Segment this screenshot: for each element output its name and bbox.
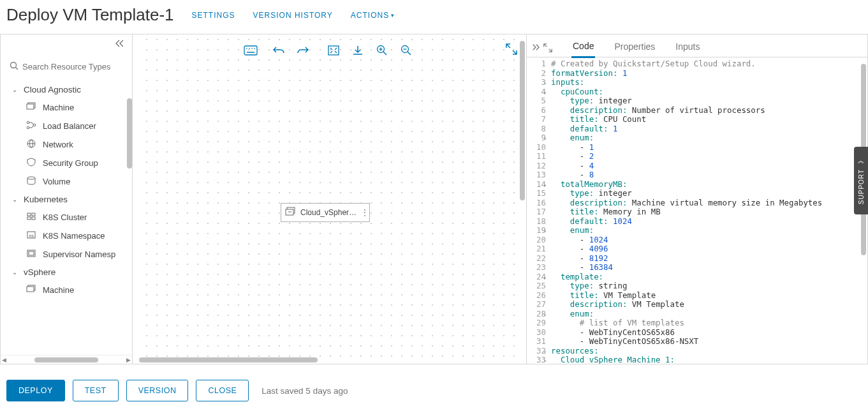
item-label: K8S Namespace bbox=[43, 231, 105, 241]
search-input[interactable] bbox=[22, 62, 121, 71]
header-tabs: SETTINGS VERSION HISTORY ACTIONS▾ bbox=[192, 11, 395, 20]
group-label: vSphere bbox=[24, 267, 55, 277]
item-label: Load Balancer bbox=[43, 121, 96, 131]
tab-settings[interactable]: SETTINGS bbox=[192, 11, 235, 20]
resource-icon: ns bbox=[26, 230, 36, 241]
item-label: Volume bbox=[43, 177, 70, 186]
footer-bar: DEPLOY TEST VERSION CLOSE Last saved 5 d… bbox=[0, 370, 868, 411]
svg-rect-14 bbox=[32, 217, 35, 220]
svg-point-5 bbox=[27, 126, 29, 129]
canvas-scrollbar-vertical[interactable] bbox=[520, 41, 525, 200]
item-label: Machine bbox=[43, 103, 74, 112]
resource-icon bbox=[26, 249, 36, 260]
sidebar-item-k8s-namespace[interactable]: nsK8S Namespace bbox=[1, 227, 132, 245]
svg-point-10 bbox=[27, 177, 35, 179]
sidebar-item-machine[interactable]: Machine bbox=[1, 98, 132, 117]
group-label: Cloud Agnostic bbox=[24, 85, 81, 94]
resource-icon bbox=[26, 102, 36, 113]
sidebar-item-load-balancer[interactable]: Load Balancer bbox=[1, 117, 132, 135]
svg-line-1 bbox=[16, 68, 18, 70]
svg-point-4 bbox=[27, 121, 29, 124]
fit-screen-icon[interactable] bbox=[325, 43, 342, 57]
item-label: Security Group bbox=[43, 158, 98, 168]
resource-icon bbox=[26, 176, 36, 187]
design-canvas[interactable]: Cloud_vSpher… ⋮ bbox=[133, 34, 526, 364]
sidebar-item-machine[interactable]: Machine bbox=[1, 281, 132, 299]
svg-rect-18 bbox=[29, 251, 34, 255]
item-label: Machine bbox=[43, 285, 74, 295]
download-icon[interactable] bbox=[349, 43, 366, 57]
svg-point-6 bbox=[33, 124, 36, 126]
zoom-in-icon[interactable] bbox=[374, 43, 390, 57]
sidebar-scrollbar-horizontal[interactable]: ◀ ▶ bbox=[1, 355, 132, 364]
tab-actions[interactable]: ACTIONS▾ bbox=[351, 11, 395, 20]
svg-rect-21 bbox=[244, 46, 257, 55]
group-vsphere[interactable]: ⌄vSphere bbox=[1, 264, 132, 281]
deploy-button[interactable]: DEPLOY bbox=[6, 380, 65, 401]
tab-inputs[interactable]: Inputs bbox=[674, 39, 701, 57]
expand-code-panel-icon[interactable] bbox=[532, 43, 552, 52]
sidebar-item-security-group[interactable]: Security Group bbox=[1, 154, 132, 172]
svg-line-29 bbox=[383, 52, 386, 55]
tab-version-history[interactable]: VERSION HISTORY bbox=[253, 11, 333, 20]
sidebar-item-supervisor-namesp[interactable]: Supervisor Namesp bbox=[1, 245, 132, 264]
canvas-toolbar bbox=[242, 43, 417, 57]
collapse-sidebar-icon[interactable] bbox=[115, 40, 124, 51]
tab-code[interactable]: Code bbox=[571, 38, 595, 58]
expand-canvas-icon[interactable] bbox=[506, 43, 517, 57]
scroll-right-icon[interactable]: ▶ bbox=[126, 357, 131, 363]
chevron-up-icon: ︽ bbox=[858, 156, 864, 165]
sidebar-item-network[interactable]: Network bbox=[1, 135, 132, 154]
sidebar-item-k8s-cluster[interactable]: K8S Cluster bbox=[1, 208, 132, 227]
svg-point-0 bbox=[11, 63, 17, 68]
canvas-node-label: Cloud_vSpher… bbox=[300, 208, 357, 217]
canvas-scrollbar-horizontal[interactable] bbox=[139, 357, 318, 362]
support-tab[interactable]: ︽ SUPPORT bbox=[854, 147, 868, 214]
canvas-node-vsphere-machine[interactable]: Cloud_vSpher… ⋮ bbox=[281, 203, 370, 222]
item-label: Supervisor Namesp bbox=[43, 250, 115, 259]
resource-icon bbox=[26, 121, 36, 131]
group-label: Kubernetes bbox=[24, 195, 68, 204]
node-menu-icon[interactable]: ⋮ bbox=[360, 207, 369, 218]
chevron-down-icon: ⌄ bbox=[12, 196, 17, 203]
svg-rect-3 bbox=[27, 104, 34, 109]
item-label: Network bbox=[43, 140, 73, 149]
zoom-out-icon[interactable] bbox=[398, 43, 415, 57]
group-kubernetes[interactable]: ⌄Kubernetes bbox=[1, 191, 132, 208]
item-label: K8S Cluster bbox=[43, 213, 87, 222]
code-editor[interactable]: 1234567891011121314151617181920212223242… bbox=[527, 57, 867, 364]
page-title: Deploy VM Template-1 bbox=[6, 5, 174, 25]
resource-icon bbox=[26, 285, 36, 295]
tab-properties[interactable]: Properties bbox=[613, 39, 656, 57]
page-header: Deploy VM Template-1 SETTINGS VERSION HI… bbox=[0, 0, 868, 34]
search-icon bbox=[10, 61, 18, 72]
resource-icon bbox=[26, 158, 36, 168]
sidebar-scrollbar-vertical[interactable] bbox=[127, 98, 132, 168]
keyboard-icon[interactable] bbox=[242, 43, 259, 57]
scroll-left-icon[interactable]: ◀ bbox=[2, 357, 6, 363]
chevron-down-icon: ▾ bbox=[391, 12, 395, 19]
svg-line-33 bbox=[408, 52, 411, 55]
code-panel: Code Properties Inputs 12345678910111213… bbox=[526, 34, 868, 364]
resource-icon bbox=[26, 139, 36, 150]
close-button[interactable]: CLOSE bbox=[196, 380, 249, 401]
svg-rect-20 bbox=[27, 287, 34, 292]
svg-rect-13 bbox=[27, 217, 31, 220]
chevron-down-icon: ⌄ bbox=[12, 86, 17, 93]
resource-icon bbox=[26, 212, 36, 223]
svg-rect-27 bbox=[328, 46, 339, 55]
group-cloud-agnostic[interactable]: ⌄Cloud Agnostic bbox=[1, 81, 132, 98]
svg-rect-11 bbox=[27, 213, 31, 216]
test-button[interactable]: TEST bbox=[73, 380, 119, 401]
undo-icon[interactable] bbox=[270, 43, 287, 57]
last-saved-status: Last saved 5 days ago bbox=[261, 386, 348, 396]
sidebar-item-volume[interactable]: Volume bbox=[1, 172, 132, 191]
redo-icon[interactable] bbox=[295, 43, 311, 57]
version-button[interactable]: VERSION bbox=[126, 380, 189, 401]
svg-rect-12 bbox=[32, 213, 35, 216]
resource-types-sidebar: ⌄Cloud AgnosticMachineLoad BalancerNetwo… bbox=[0, 34, 133, 364]
vm-icon bbox=[285, 207, 297, 219]
svg-text:ns: ns bbox=[29, 234, 34, 238]
chevron-down-icon: ⌄ bbox=[12, 269, 17, 276]
